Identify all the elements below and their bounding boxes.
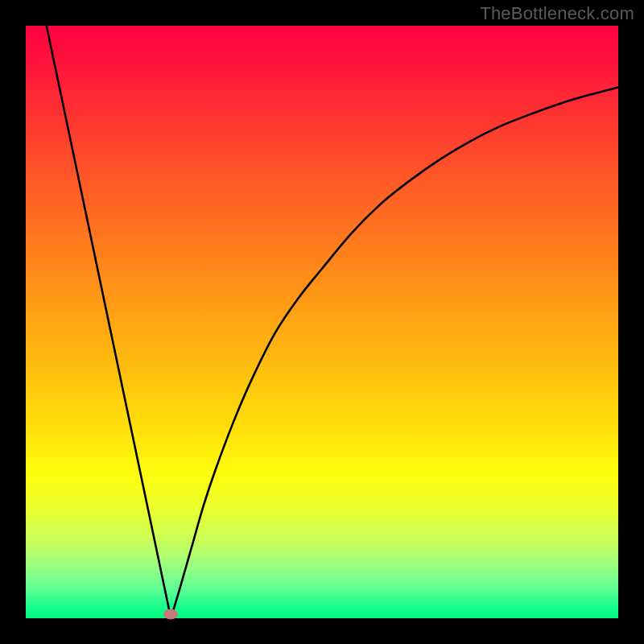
vertex-marker — [163, 609, 178, 619]
chart-frame — [0, 0, 644, 644]
chart-stage: TheBottleneck.com — [0, 0, 644, 644]
watermark-text: TheBottleneck.com — [480, 3, 634, 24]
